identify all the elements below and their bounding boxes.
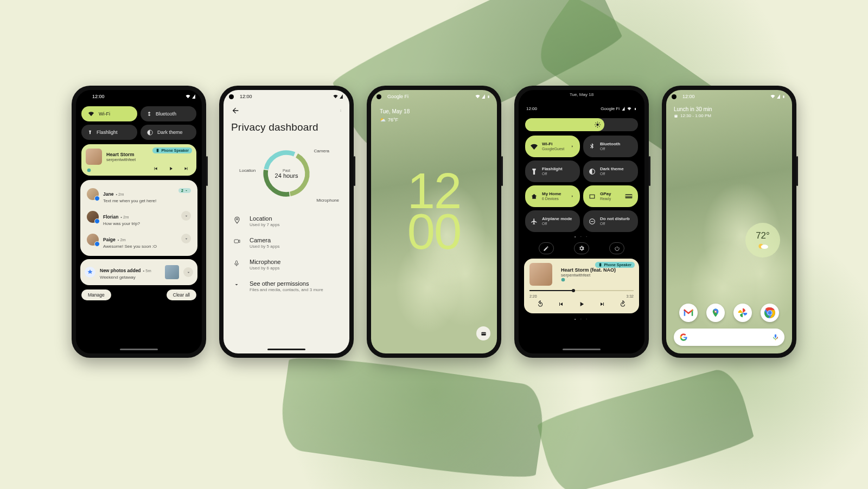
qs-flashlight[interactable]: Flashlight — [81, 125, 137, 140]
google-icon — [679, 333, 688, 342]
flashlight-icon — [88, 129, 92, 136]
photos-app[interactable] — [733, 304, 752, 322]
permission-camera[interactable]: CameraUsed by 5 apps — [224, 232, 349, 254]
qs-bluetooth[interactable]: Bluetooth — [141, 106, 196, 121]
next-icon[interactable] — [599, 301, 605, 307]
play-icon[interactable] — [168, 166, 174, 171]
maps-app[interactable] — [706, 304, 725, 322]
photo-thumbnail — [165, 265, 179, 279]
camera-icon — [233, 237, 242, 244]
svg-point-22 — [561, 278, 565, 281]
qs-tile-gpay[interactable]: GPayReady — [583, 185, 638, 207]
replay-10-icon[interactable] — [537, 300, 544, 308]
progress-bar[interactable] — [529, 290, 634, 291]
overflow-icon[interactable] — [340, 106, 342, 115]
tile-subtitle: Ready — [600, 197, 611, 201]
lockscreen-weather[interactable]: ⛅ 76°F — [380, 117, 398, 123]
svg-rect-21 — [599, 263, 602, 267]
home-indicator[interactable] — [120, 349, 158, 350]
power-button[interactable] — [609, 242, 624, 254]
qs-dark-theme[interactable]: Dark theme — [141, 125, 196, 140]
qs-tile-my-home[interactable]: My Home6 Devices — [525, 185, 580, 207]
forward-10-icon[interactable] — [619, 300, 627, 308]
chevron-down-icon — [233, 280, 242, 288]
conversation-notification[interactable]: Paige• 2m Awesome! See you soon :O — [85, 230, 193, 253]
qs-tile-flashlight[interactable]: FlashlightOff — [525, 160, 580, 182]
qs-tile-do-not-disturb[interactable]: Do not disturbOff — [583, 210, 638, 232]
manage-button[interactable]: Manage — [81, 289, 111, 300]
lockscreen-clock: 1200 — [407, 170, 461, 252]
photos-notification[interactable]: New photos added• 5m Weekend getaway — [80, 259, 197, 285]
front-camera — [81, 94, 86, 99]
permission-location[interactable]: LocationUsed by 7 apps — [224, 210, 349, 232]
tile-title: My Home — [542, 192, 561, 197]
qs-tile-bluetooth[interactable]: BluetoothOff — [583, 136, 638, 157]
qs-tile-dark-theme[interactable]: Dark themeOff — [583, 160, 638, 182]
brightness-slider[interactable] — [525, 118, 638, 131]
at-a-glance[interactable]: Lunch in 30 min 12:30 - 1:00 PM — [674, 106, 712, 118]
permission-microphone[interactable]: MicrophoneUsed by 6 apps — [224, 254, 349, 275]
power-icon — [614, 246, 620, 252]
media-page-indicator: • · · — [519, 317, 644, 321]
output-chip[interactable]: Phone Speaker — [152, 147, 192, 153]
svg-rect-12 — [488, 95, 489, 98]
mic-icon — [233, 259, 242, 267]
chevron-down-icon — [184, 189, 188, 192]
front-camera — [524, 94, 529, 99]
edit-button[interactable] — [539, 242, 554, 254]
mic-icon[interactable] — [772, 333, 779, 342]
phone-notification-shade: 12:00 Wi-Fi Bluetooth Flashlight Dark th… — [72, 86, 206, 358]
qs-label: Dark theme — [157, 130, 183, 135]
prev-icon[interactable] — [153, 166, 158, 171]
search-bar[interactable] — [674, 329, 784, 346]
svg-rect-11 — [236, 261, 238, 264]
prev-icon[interactable] — [558, 301, 564, 307]
gmail-icon — [683, 308, 694, 317]
tile-title: Airplane mode — [542, 217, 572, 222]
chevron-down-icon — [186, 270, 191, 275]
qs-tile-wi-fi[interactable]: Wi-FiGoogleGuest — [525, 136, 580, 157]
home-indicator[interactable] — [563, 349, 601, 350]
donut-label-camera: Camera — [314, 149, 329, 153]
chevron-down-icon — [184, 214, 189, 218]
status-icons — [186, 94, 195, 99]
svg-rect-15 — [635, 108, 636, 110]
qs-wifi[interactable]: Wi-Fi — [81, 106, 137, 121]
clear-all-button[interactable]: Clear all — [167, 289, 196, 300]
home-indicator[interactable] — [267, 349, 305, 350]
play-icon[interactable] — [578, 300, 585, 308]
front-camera — [672, 94, 676, 99]
next-icon[interactable] — [183, 166, 189, 171]
conversation-notification[interactable]: Florian• 2m How was your trip? — [85, 207, 193, 230]
see-other-permissions[interactable]: See other permissionsFiles and media, co… — [224, 275, 349, 297]
back-icon[interactable] — [231, 106, 240, 115]
phone-privacy-dashboard: 12:00 Privacy dashboard Camera Microphon… — [219, 86, 354, 358]
tile-title: Wi-Fi — [542, 142, 564, 147]
expand-button[interactable] — [183, 267, 193, 277]
brightness-icon — [594, 121, 601, 128]
tile-subtitle: GoogleGuest — [542, 147, 564, 151]
output-chip[interactable]: Phone Speaker — [595, 262, 635, 268]
weather-widget[interactable]: 72° — [745, 223, 780, 258]
qs-time: 12:00 — [526, 106, 537, 111]
gmail-app[interactable] — [679, 304, 698, 322]
tile-subtitle: 6 Devices — [542, 197, 561, 201]
media-notification[interactable]: Phone Speaker Heart Storm serpentwithfee… — [81, 144, 196, 176]
qs-tile-airplane-mode[interactable]: Airplane modeOff — [525, 210, 580, 232]
qs-label: Flashlight — [97, 130, 118, 135]
chrome-app[interactable] — [761, 304, 779, 322]
conversation-notification[interactable]: Jane• 2m Text me when you get here! 2 — [85, 184, 193, 207]
expand-button[interactable] — [181, 211, 191, 221]
status-icons — [333, 94, 343, 99]
count-badge[interactable]: 2 — [178, 188, 191, 193]
phone-lockscreen: Google Fi Tue, May 18 ⛅ 76°F 1200 — [367, 86, 501, 358]
wifi-icon — [88, 111, 94, 117]
settings-button[interactable] — [574, 242, 589, 254]
gear-icon — [578, 245, 585, 252]
media-player[interactable]: Phone Speaker Heart Storm (feat. NAO) se… — [524, 259, 639, 313]
wallet-button[interactable] — [476, 326, 490, 340]
wallet-icon — [480, 331, 487, 337]
status-time: 12:00 — [240, 94, 252, 99]
tile-subtitle: Off — [600, 147, 620, 151]
expand-button[interactable] — [181, 234, 191, 243]
